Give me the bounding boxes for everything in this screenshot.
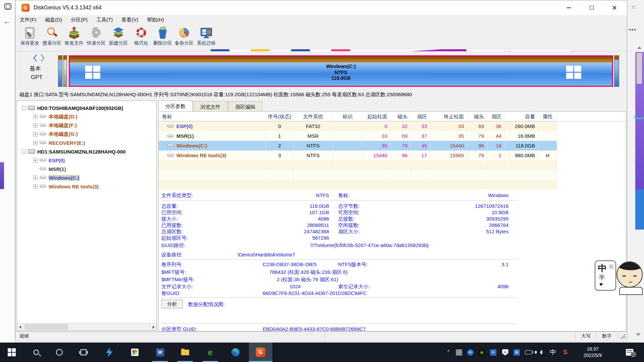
background-scroll-up-icon[interactable] — [637, 46, 641, 49]
action-center-button[interactable]: 2 — [621, 343, 638, 362]
toolbar-backup-partition-button[interactable]: 备份分区 — [173, 25, 195, 50]
analyze-button[interactable]: 分析 — [161, 300, 183, 308]
tray-intel-icon[interactable]: i8 — [488, 343, 498, 362]
tree-horizontal-scrollbar[interactable] — [17, 323, 156, 330]
table-row[interactable]: Windows(C:) 2 NTFS 35 79 45 15440 96 16 … — [159, 141, 557, 150]
taskbar-app-store[interactable] — [123, 343, 147, 362]
col-head2[interactable]: 磁头 — [467, 112, 487, 121]
tray-battery-icon[interactable] — [523, 343, 535, 362]
tray-ime-indicator[interactable]: 中 — [547, 343, 559, 362]
tree-item[interactable]: MSR(1) — [17, 165, 156, 173]
background-menu-dots-icon[interactable]: ••• — [629, 27, 637, 33]
partition-block-re-tools[interactable] — [614, 55, 619, 87]
tray-volume-icon[interactable] — [535, 343, 547, 362]
col-end-cyl[interactable]: 终止柱面 — [430, 112, 467, 121]
tree-expander-icon[interactable]: + — [33, 123, 38, 128]
partition-block-esp[interactable] — [58, 55, 62, 87]
tree-item[interactable]: - HD1:SAMSUNGMZNLN128HAHQ-000 — [17, 147, 156, 156]
table-row[interactable]: Windows RE tools(3) 3 NTFS 15440 96 17 1… — [159, 150, 557, 160]
tree-expander-icon[interactable]: + — [33, 158, 38, 163]
col-start-cyl[interactable]: 起始柱面 — [363, 112, 391, 121]
col-head1[interactable]: 磁头 — [391, 112, 411, 121]
col-index[interactable]: 序号(状态) — [266, 112, 293, 121]
table-row[interactable]: MSR(1) 1 MSR 33 69 37 35 79 44 16.0MB — [159, 131, 557, 141]
window-restore-icon[interactable] — [4, 3, 11, 10]
tree-item[interactable]: + 本地磁盘(G:) — [17, 130, 156, 138]
tree-item[interactable]: - HD0:TOSHIBAMQ04ABF100(932GB) — [17, 104, 156, 112]
col-capacity[interactable]: 容量 — [505, 112, 538, 121]
table-row[interactable] — [159, 160, 557, 170]
tree-expander-icon[interactable]: - — [22, 149, 26, 154]
maximize-button[interactable] — [580, 0, 603, 15]
prev-disk-icon[interactable] — [32, 54, 38, 62]
start-button[interactable] — [0, 343, 23, 362]
taskbar-cortana-button[interactable] — [48, 343, 71, 362]
partition-block-msr[interactable] — [63, 55, 67, 87]
taskbar-app-explorer[interactable] — [173, 343, 197, 362]
tray-nvidia-icon[interactable]: ◉ — [476, 343, 487, 362]
tree-expander-icon[interactable]: + — [33, 132, 38, 136]
tray-messenger-icon[interactable]: ✦ — [465, 343, 476, 362]
col-attr[interactable]: 属性 — [538, 112, 557, 121]
background-close-icon[interactable]: ✕ — [631, 3, 636, 11]
toolbar-search-partition-button[interactable]: 搜索分区 — [41, 25, 63, 50]
toolbar-delete-partition-button[interactable]: 删除分区 — [152, 25, 174, 50]
toolbar-new-partition-button[interactable]: 新建分区 — [107, 25, 129, 50]
table-row[interactable] — [159, 170, 557, 180]
tray-expand-button[interactable]: ⌃ — [443, 343, 453, 362]
col-sector1[interactable]: 扇区 — [411, 112, 430, 121]
toolbar-recover-files-button[interactable]: 恢复文件 — [63, 25, 85, 50]
menu-item[interactable]: 分区(P) — [66, 15, 92, 24]
scroll-right-icon[interactable] — [150, 323, 156, 330]
menu-item[interactable]: 磁盘(D) — [41, 15, 66, 24]
toolbar-format-button[interactable]: 格式化 — [130, 25, 152, 50]
col-filesystem[interactable]: 文件系统 — [293, 112, 333, 121]
tray-sogou-icon[interactable]: S — [559, 343, 571, 362]
taskbar-clock[interactable]: 18:37 2022/5/9 — [574, 343, 611, 362]
taskbar-app-edge[interactable] — [224, 343, 247, 362]
minimize-button[interactable] — [557, 0, 580, 15]
resize-grip[interactable] — [621, 334, 625, 339]
taskbar-app-word[interactable]: W — [148, 343, 172, 362]
taskbar-app-thunder[interactable] — [98, 343, 121, 362]
scroll-left-icon[interactable] — [17, 323, 24, 330]
tree-expander-icon[interactable]: + — [33, 184, 38, 189]
ime-status-widget[interactable]: 中 简 半 ♥ — [595, 260, 616, 291]
next-disk-icon[interactable] — [40, 54, 46, 62]
tree-expander-icon[interactable]: - — [22, 106, 26, 110]
scrollbar-thumb[interactable] — [24, 324, 68, 330]
tree-expander-icon[interactable]: + — [33, 115, 38, 119]
col-tag[interactable]: 标识 — [333, 112, 363, 121]
menu-item[interactable]: 文件(F) — [15, 15, 41, 24]
task-view-button[interactable] — [72, 343, 95, 362]
tab[interactable]: 浏览文件 — [193, 101, 227, 112]
tree-item[interactable]: + RECOVERY(E:) — [17, 138, 156, 147]
col-sector2[interactable]: 扇区 — [487, 112, 505, 121]
tab[interactable]: 分区参数 — [158, 101, 193, 112]
back-arrow-icon[interactable]: ← — [3, 17, 11, 25]
menu-item[interactable]: 帮助(H) — [143, 15, 168, 24]
tree-item[interactable]: + ESP(0) — [17, 156, 156, 165]
background-scrollbar-thumb[interactable] — [637, 53, 642, 84]
taskbar-app-browser360[interactable]: e — [199, 343, 222, 362]
toolbar-quick-partition-button[interactable]: 快速分区 — [85, 25, 107, 50]
col-volume[interactable]: 卷标 — [159, 112, 266, 121]
tree-expander-icon[interactable]: + — [33, 141, 38, 145]
tree-item[interactable]: + Windows RE tools(3) — [17, 182, 156, 191]
menu-item[interactable]: 查看(V) — [117, 15, 143, 24]
tree-item[interactable]: + 本地磁盘(D:) — [17, 112, 156, 121]
close-button[interactable] — [603, 0, 626, 15]
table-row[interactable] — [159, 180, 557, 189]
menu-item[interactable]: 工具(T) — [92, 15, 117, 24]
tray-printer-icon[interactable]: ✓ — [453, 343, 464, 362]
toolbar-system-migrate-button[interactable]: 系统迁移 — [195, 25, 217, 50]
tray-snowflake-icon[interactable]: ❋ — [511, 343, 522, 362]
partition-block-windows-c[interactable]: Windows(C:) NTFS 118.0GB — [69, 55, 613, 87]
taskbar-search-button[interactable] — [24, 343, 48, 362]
title-bar[interactable]: G DiskGenius V5.4.3.1342 x64 — [15, 0, 627, 15]
table-row[interactable]: ESP(0) 0 FAT32 0 32 33 33 69 36 260.0MB — [159, 121, 557, 131]
taskbar-app-diskgenius[interactable]: G — [249, 343, 272, 362]
tree-item[interactable]: + 本地磁盘(F:) — [17, 121, 156, 130]
tree-item[interactable]: + Windows(C:) — [17, 173, 156, 182]
tab[interactable]: 扇区编辑 — [228, 101, 262, 112]
